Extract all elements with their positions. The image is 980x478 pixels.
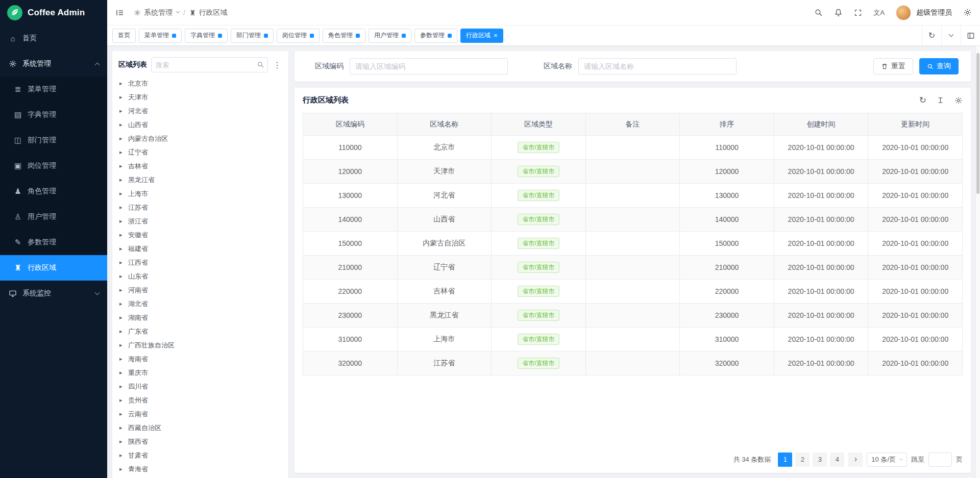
- collapse-sidebar-icon[interactable]: [115, 8, 125, 17]
- tree-item[interactable]: ▸ 安徽省: [118, 228, 282, 242]
- jump-to-input[interactable]: [928, 452, 952, 467]
- reset-button[interactable]: 重置: [873, 58, 913, 74]
- tab[interactable]: 岗位管理 ×: [277, 29, 320, 43]
- caret-right-icon[interactable]: ▸: [119, 287, 125, 293]
- caret-right-icon[interactable]: ▸: [119, 300, 125, 307]
- tab[interactable]: 部门管理 ×: [231, 29, 274, 43]
- table-row[interactable]: 130000 河北省 省市/直辖市 130000 2020-10-01 00:0…: [303, 184, 963, 208]
- tree-item[interactable]: ▸ 湖北省: [118, 297, 282, 311]
- tree-item[interactable]: ▸ 山西省: [118, 118, 282, 132]
- tree-item[interactable]: ▸ 黑龙江省: [118, 173, 282, 187]
- sidebar-item-system[interactable]: 系统管理: [0, 51, 107, 77]
- caret-right-icon[interactable]: ▸: [119, 466, 125, 472]
- tree-item[interactable]: ▸ 青海省: [118, 462, 282, 472]
- table-row[interactable]: 110000 北京市 省市/直辖市 110000 2020-10-01 00:0…: [303, 136, 963, 160]
- tree-item[interactable]: ▸ 山东省: [118, 269, 282, 283]
- tree-item[interactable]: ▸ 甘肃省: [118, 448, 282, 462]
- table-row[interactable]: 210000 辽宁省 省市/直辖市 210000 2020-10-01 00:0…: [303, 256, 963, 280]
- search-icon[interactable]: [814, 8, 823, 17]
- caret-right-icon[interactable]: ▸: [119, 121, 125, 128]
- tree-item[interactable]: ▸ 天津市: [118, 90, 282, 104]
- sidebar-subitem[interactable]: ▤ 字典管理: [0, 102, 107, 128]
- translate-icon[interactable]: 文A: [873, 8, 885, 17]
- sidebar-subitem[interactable]: ▣ 岗位管理: [0, 153, 107, 179]
- tree-item[interactable]: ▸ 重庆市: [118, 366, 282, 380]
- table-row[interactable]: 150000 内蒙古自治区 省市/直辖市 150000 2020-10-01 0…: [303, 232, 963, 256]
- tree-item[interactable]: ▸ 湖南省: [118, 311, 282, 324]
- tree-item[interactable]: ▸ 北京市: [118, 77, 282, 90]
- page-scrollbar[interactable]: [975, 46, 980, 478]
- page-size-select[interactable]: 10 条/页: [867, 452, 907, 467]
- table-row[interactable]: 140000 山西省 省市/直辖市 140000 2020-10-01 00:0…: [303, 208, 963, 232]
- sidebar-subitem[interactable]: ◫ 部门管理: [0, 128, 107, 153]
- tree-item[interactable]: ▸ 四川省: [118, 380, 282, 393]
- caret-right-icon[interactable]: ▸: [119, 149, 125, 156]
- sidebar-subitem[interactable]: ≣ 菜单管理: [0, 77, 107, 102]
- caret-right-icon[interactable]: ▸: [119, 190, 125, 197]
- caret-right-icon[interactable]: ▸: [119, 383, 125, 390]
- tree-item[interactable]: ▸ 吉林省: [118, 159, 282, 173]
- caret-right-icon[interactable]: ▸: [119, 328, 125, 335]
- caret-right-icon[interactable]: ▸: [119, 135, 125, 142]
- page-button[interactable]: 3: [813, 452, 827, 467]
- dots-vertical-icon[interactable]: ⋮: [272, 60, 282, 70]
- fullscreen-icon[interactable]: [854, 9, 862, 17]
- caret-right-icon[interactable]: ▸: [119, 80, 125, 87]
- caret-right-icon[interactable]: ▸: [119, 94, 125, 100]
- caret-right-icon[interactable]: ▸: [119, 218, 125, 224]
- caret-right-icon[interactable]: ▸: [119, 438, 125, 445]
- tree-item[interactable]: ▸ 贵州省: [118, 393, 282, 407]
- sidebar-subitem[interactable]: ♙ 用户管理: [0, 204, 107, 230]
- caret-right-icon[interactable]: ▸: [119, 259, 125, 266]
- caret-right-icon[interactable]: ▸: [119, 177, 125, 183]
- tab[interactable]: 行政区域 ×: [460, 29, 503, 43]
- tree-item[interactable]: ▸ 海南省: [118, 352, 282, 366]
- page-button[interactable]: 2: [795, 452, 810, 467]
- caret-right-icon[interactable]: ▸: [119, 204, 125, 211]
- caret-right-icon[interactable]: ▸: [119, 245, 125, 252]
- tree-item[interactable]: ▸ 辽宁省: [118, 145, 282, 159]
- tree-item[interactable]: ▸ 江苏省: [118, 200, 282, 214]
- breadcrumb-item-system[interactable]: 系统管理: [134, 8, 179, 17]
- tab[interactable]: 菜单管理 ×: [139, 29, 182, 43]
- caret-right-icon[interactable]: ▸: [119, 452, 125, 459]
- tree-search-input[interactable]: [151, 57, 268, 72]
- bell-icon[interactable]: [834, 8, 843, 17]
- table-row[interactable]: 220000 吉林省 省市/直辖市 220000 2020-10-01 00:0…: [303, 280, 963, 304]
- tree-item[interactable]: ▸ 河南省: [118, 283, 282, 297]
- caret-right-icon[interactable]: ▸: [119, 397, 125, 404]
- chevron-down-icon[interactable]: [941, 26, 961, 45]
- caret-right-icon[interactable]: ▸: [119, 342, 125, 348]
- caret-right-icon[interactable]: ▸: [119, 424, 125, 431]
- table-row[interactable]: 230000 黑龙江省 省市/直辖市 230000 2020-10-01 00:…: [303, 304, 963, 328]
- tab[interactable]: 角色管理 ×: [323, 29, 365, 43]
- search-button[interactable]: 查询: [919, 58, 959, 74]
- tree-item[interactable]: ▸ 上海市: [118, 187, 282, 200]
- close-icon[interactable]: ×: [494, 32, 498, 39]
- caret-right-icon[interactable]: ▸: [119, 314, 125, 321]
- caret-right-icon[interactable]: ▸: [119, 232, 125, 238]
- tree-item[interactable]: ▸ 陕西省: [118, 435, 282, 448]
- gear-icon[interactable]: [954, 96, 963, 105]
- tree-item[interactable]: ▸ 广西壮族自治区: [118, 338, 282, 352]
- next-page-button[interactable]: ›: [848, 452, 863, 467]
- sidebar-subitem[interactable]: ♜ 行政区域: [0, 255, 107, 281]
- tab[interactable]: 参数管理 ×: [414, 29, 457, 43]
- tree-item[interactable]: ▸ 江西省: [118, 256, 282, 269]
- caret-right-icon[interactable]: ▸: [119, 108, 125, 114]
- refresh-icon[interactable]: ↻: [919, 95, 926, 106]
- tree-item[interactable]: ▸ 福建省: [118, 242, 282, 256]
- settings-gear-icon[interactable]: [963, 8, 972, 17]
- sidebar-item-monitor[interactable]: 系统监控: [0, 281, 107, 306]
- tab[interactable]: 用户管理 ×: [369, 29, 411, 43]
- table-row[interactable]: 310000 上海市 省市/直辖市 310000 2020-10-01 00:0…: [303, 328, 963, 351]
- tree-item[interactable]: ▸ 西藏自治区: [118, 421, 282, 435]
- caret-right-icon[interactable]: ▸: [119, 356, 125, 362]
- caret-right-icon[interactable]: ▸: [119, 163, 125, 169]
- tree-item[interactable]: ▸ 云南省: [118, 407, 282, 421]
- caret-right-icon[interactable]: ▸: [119, 411, 125, 417]
- page-button[interactable]: 1: [778, 452, 792, 467]
- region-code-input[interactable]: [350, 58, 508, 74]
- tree-item[interactable]: ▸ 河北省: [118, 104, 282, 118]
- tab[interactable]: 字典管理 ×: [185, 29, 228, 43]
